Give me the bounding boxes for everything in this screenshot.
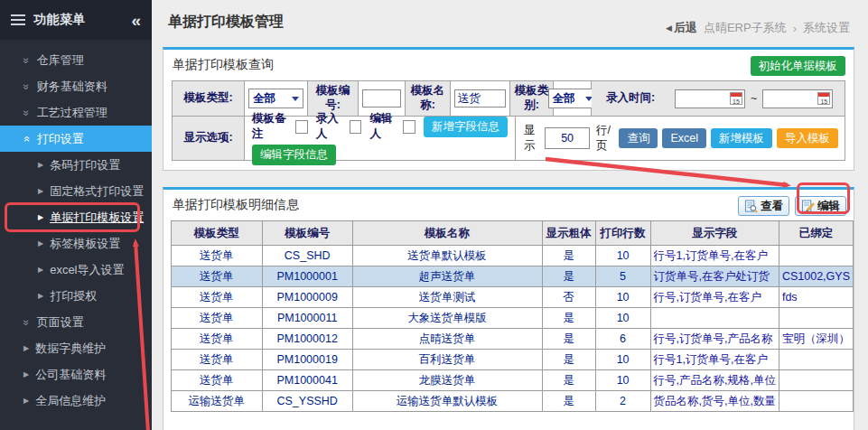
sidebar-item-0[interactable]: »仓库管理: [0, 47, 152, 73]
sidebar-item-6[interactable]: ▶单据打印模板设置: [0, 204, 152, 230]
template-category-cell: 全部: [554, 81, 592, 116]
table-cell: 是: [542, 329, 595, 350]
entry-person-checkbox-label: 录入人: [316, 111, 347, 142]
entry-time-from-input[interactable]: [675, 89, 745, 108]
double-chevron-up-icon: »: [21, 136, 32, 142]
sidebar-item-label: 财务基础资料: [37, 79, 107, 95]
breadcrumb-settings[interactable]: 系统设置: [803, 20, 850, 36]
table-row[interactable]: 送货单CS_SHD送货单默认模板是10行号1,订货单号,在客户: [172, 246, 854, 266]
template-no-label: 模板编号:: [308, 81, 359, 116]
triangle-right-icon: ▶: [38, 162, 43, 169]
table-cell: 超声送货单: [352, 266, 542, 287]
remark-checkbox[interactable]: [295, 120, 308, 134]
column-header: 已绑定: [779, 221, 853, 246]
table-cell: 运输送货单默认模板: [352, 391, 542, 412]
sidebar-item-12[interactable]: ▶公司基础资料: [0, 361, 152, 388]
table-cell: 10: [595, 308, 650, 329]
sidebar-title: 功能菜单: [33, 12, 86, 28]
table-cell: 大象送货单模版: [352, 308, 542, 329]
chevron-down-icon: [292, 97, 299, 101]
table-row[interactable]: 送货单PM1000011大象送货单模版是10: [172, 308, 854, 329]
edit-icon: [801, 200, 815, 213]
template-name-input[interactable]: [454, 89, 506, 108]
template-name-label: 模板名称:: [406, 81, 451, 116]
triangle-right-icon: ▶: [23, 397, 29, 405]
table-row[interactable]: 送货单PM1000012点晴送货单是6行号,订货单号,产品名称宝明（深圳）: [172, 329, 854, 350]
sidebar-item-4[interactable]: ▶条码打印设置: [0, 152, 152, 178]
new-template-button[interactable]: 新增模板: [711, 128, 772, 148]
display-label: 显示: [524, 123, 538, 154]
template-table: 模板类型模板编号模板名称显示粗体打印行数显示字段已绑定 送货单CS_SHD送货单…: [171, 220, 854, 412]
table-row[interactable]: 送货单PM1000009送货单测试否10行号,订货单号,在客户fds: [172, 287, 854, 308]
template-type-cell: 全部: [245, 81, 308, 116]
remark-checkbox-label: 模板备注: [252, 111, 293, 142]
template-category-select[interactable]: 全部: [548, 89, 597, 108]
table-cell: 行号,订货单号,在客户: [650, 287, 779, 308]
editor-checkbox-label: 编辑人: [369, 111, 400, 142]
sidebar-item-9[interactable]: ▶打印授权: [0, 283, 152, 309]
triangle-right-icon: ▶: [23, 371, 29, 379]
table-cell: PM1000041: [262, 370, 352, 391]
add-field-info-button[interactable]: 新增字段信息: [424, 117, 508, 136]
table-cell: PM1000001: [262, 266, 352, 287]
sidebar-item-13[interactable]: ▶全局信息维护: [0, 388, 152, 414]
table-cell: 行号,产品名称,规格,单位: [650, 370, 779, 391]
edit-field-info-button[interactable]: 编辑字段信息: [252, 145, 336, 164]
template-type-select[interactable]: 全部: [248, 89, 303, 108]
table-row[interactable]: 送货单PM1000019百利送货单是10行号1,订货单号,在客户: [172, 350, 854, 370]
table-cell: [779, 246, 853, 266]
entry-person-checkbox[interactable]: [350, 120, 362, 134]
rows-per-page-input[interactable]: [545, 127, 590, 149]
editor-checkbox[interactable]: [403, 120, 415, 134]
table-row[interactable]: 运输送货单CS_YSSHD运输送货单默认模板是2货品名称,货号,单位,数量: [172, 391, 854, 412]
table-body: 送货单CS_SHD送货单默认模板是10行号1,订货单号,在客户送货单PM1000…: [172, 246, 854, 412]
sidebar-item-label: 标签模板设置: [50, 236, 120, 252]
sidebar-item-label: 固定格式打印设置: [50, 183, 144, 200]
entry-time-to-input[interactable]: [762, 89, 833, 108]
display-options-cell: 模板备注 录入人 编辑人 新增字段信息 编辑字段信息: [245, 117, 516, 160]
table-cell: 行号1,订货单号,在客户: [650, 246, 779, 266]
view-button[interactable]: 查看: [738, 196, 789, 216]
column-header: 打印行数: [595, 221, 650, 246]
triangle-right-icon: ▶: [38, 240, 43, 248]
collapse-sidebar-icon[interactable]: «: [131, 12, 141, 29]
table-cell: 送货单: [172, 370, 263, 391]
import-template-button[interactable]: 导入模板: [777, 128, 838, 148]
double-chevron-down-icon: »: [21, 109, 32, 116]
sidebar-item-label: 打印设置: [37, 131, 84, 147]
sidebar-item-8[interactable]: ▶excel导入设置: [0, 257, 152, 283]
query-button[interactable]: 查询: [619, 128, 658, 148]
table-header-row: 模板类型模板编号模板名称显示粗体打印行数显示字段已绑定: [172, 221, 854, 246]
query-actions-cell: 显示 行/页 查询 Excel 新增模板 导入模板: [516, 117, 845, 160]
sidebar-item-11[interactable]: ▶数据字典维护: [0, 335, 152, 361]
sidebar-item-label: excel导入设置: [50, 262, 124, 278]
table-cell: 是: [542, 370, 595, 391]
sidebar-item-10[interactable]: »页面设置: [0, 309, 152, 335]
sidebar-item-2[interactable]: »工艺过程管理: [0, 99, 152, 126]
template-no-input[interactable]: [362, 89, 401, 108]
table-row[interactable]: 送货单PM1000001超声送货单是5订货单号,在客户处订货CS1002,GYS: [172, 266, 854, 287]
calendar-icon[interactable]: [817, 92, 830, 105]
sidebar-item-label: 数据字典维护: [35, 341, 106, 357]
table-cell: 点晴送货单: [352, 329, 542, 350]
table-row[interactable]: 送货单PM1000041龙膜送货单是10行号,产品名称,规格,单位: [172, 370, 854, 391]
menu-icon: [11, 14, 25, 25]
init-template-button[interactable]: 初始化单据模板: [751, 56, 846, 76]
entry-time-label: 录入时间:: [592, 81, 669, 116]
breadcrumb-system[interactable]: 点晴ERP子系统: [704, 20, 787, 36]
table-cell: 送货单: [172, 287, 263, 308]
sidebar-item-3[interactable]: »打印设置: [0, 126, 152, 152]
sidebar-item-5[interactable]: ▶固定格式打印设置: [0, 178, 152, 204]
edit-button[interactable]: 编辑: [795, 196, 846, 216]
sidebar-item-1[interactable]: »财务基础资料: [0, 73, 152, 99]
table-cell: 送货单测试: [352, 287, 542, 308]
calendar-icon[interactable]: [730, 92, 742, 105]
sidebar-item-7[interactable]: ▶标签模板设置: [0, 230, 152, 257]
back-button[interactable]: ◀后退: [666, 20, 697, 36]
excel-button[interactable]: Excel: [662, 128, 706, 148]
double-chevron-down-icon: »: [21, 57, 32, 63]
table-cell: CS_SHD: [262, 246, 352, 266]
column-header: 显示字段: [650, 221, 779, 246]
sidebar-item-label: 工艺过程管理: [37, 105, 107, 121]
double-chevron-down-icon: »: [21, 319, 32, 325]
